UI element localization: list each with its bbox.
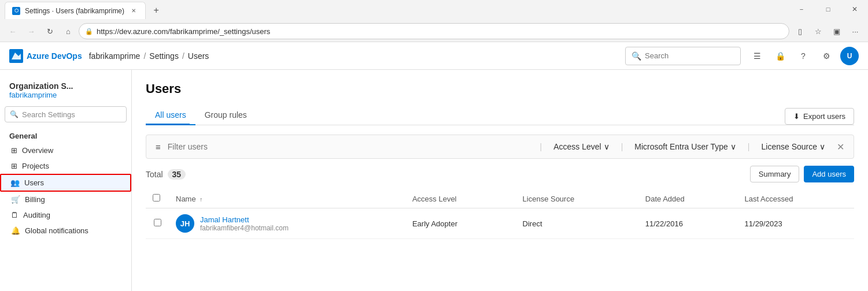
sidebar-search-placeholder: Search Settings — [22, 110, 75, 119]
name-cell: JH Jamal Hartnett fabrikamfiber4@hotmail… — [169, 208, 405, 239]
tabs-bar: All users Group rules — [146, 106, 256, 125]
user-email: fabrikamfiber4@hotmail.com — [200, 224, 289, 232]
access-level-cell: Early Adopter — [405, 208, 516, 239]
table-actions: Summary Add users — [750, 166, 854, 182]
refresh-button[interactable]: ↻ — [42, 23, 58, 39]
browser-tab[interactable]: ⬡ Settings · Users (fabrikamprime) ✕ — [5, 2, 146, 19]
back-button[interactable]: ← — [5, 23, 21, 39]
sidebar-item-label: Users — [24, 178, 44, 187]
browser-action-reading[interactable]: ▣ — [829, 23, 845, 39]
sidebar-item-billing[interactable]: 🛒 Billing — [0, 192, 131, 207]
home-button[interactable]: ⌂ — [60, 23, 76, 39]
browser-chrome: ⬡ Settings · Users (fabrikamprime) ✕ + −… — [0, 0, 868, 42]
select-all-checkbox[interactable] — [153, 194, 160, 202]
row-checkbox-cell[interactable] — [146, 208, 169, 239]
general-section-title: General — [0, 127, 131, 143]
last-accessed-cell: 11/29/2023 — [738, 208, 854, 239]
export-users-button[interactable]: ⬇ Export users — [785, 108, 854, 125]
sidebar-item-label: Projects — [22, 162, 49, 170]
lock-icon: 🔒 — [85, 28, 93, 35]
summary-button[interactable]: Summary — [750, 166, 800, 182]
license-source-dropdown[interactable]: License Source ∨ — [756, 141, 830, 152]
sidebar-search[interactable]: 🔍 Search Settings — [5, 106, 127, 122]
sidebar-item-label: Billing — [25, 195, 45, 204]
tab-close-btn[interactable]: ✕ — [129, 6, 138, 16]
avatar: JH — [176, 214, 194, 233]
last-accessed-column-header: Last Accessed — [738, 189, 854, 208]
billing-icon: 🛒 — [11, 195, 20, 204]
sidebar-item-label: Global notifications — [25, 226, 88, 235]
chevron-down-icon: ∨ — [819, 142, 825, 151]
chevron-down-icon: ∨ — [730, 142, 736, 151]
row-checkbox[interactable] — [154, 219, 161, 226]
filter-icon: ≡ — [156, 142, 161, 152]
header-search[interactable]: 🔍 — [625, 47, 741, 65]
user-avatar-btn[interactable]: U — [840, 47, 859, 65]
new-tab-button[interactable]: + — [148, 2, 164, 18]
maximize-button[interactable]: □ — [815, 0, 841, 18]
app-name: Azure DevOps — [27, 51, 82, 61]
help-icon[interactable]: ? — [794, 47, 812, 65]
user-settings-icon[interactable]: ⚙ — [817, 47, 836, 65]
browser-action-more[interactable]: ··· — [847, 23, 863, 39]
date-added-cell: 11/22/2016 — [638, 208, 738, 239]
tab-all-users[interactable]: All users — [146, 106, 195, 125]
breadcrumb: fabrikamprime / Settings / Users — [89, 51, 209, 61]
sidebar: Organization S... fabrikamprime 🔍 Search… — [0, 70, 132, 291]
auditing-icon: 🗒 — [11, 211, 19, 219]
page-title: Users — [146, 81, 181, 96]
sidebar-item-projects[interactable]: ⊞ Projects — [0, 158, 131, 174]
table-meta: Total 35 Summary Add users — [146, 166, 854, 182]
access-level-column-header: Access Level — [405, 189, 516, 208]
header-actions: ☰ 🔒 ? ⚙ U — [748, 47, 859, 65]
projects-icon: ⊞ — [11, 162, 17, 170]
breadcrumb-page: Users — [188, 51, 209, 61]
main-layout: Organization S... fabrikamprime 🔍 Search… — [0, 70, 868, 291]
azure-logo-icon — [9, 49, 23, 63]
total-label: Total — [146, 170, 163, 179]
user-info: JH Jamal Hartnett fabrikamfiber4@hotmail… — [176, 214, 398, 233]
sidebar-item-global-notifications[interactable]: 🔔 Global notifications — [0, 223, 131, 238]
total-count: 35 — [168, 169, 186, 180]
breadcrumb-sep-2: / — [182, 51, 184, 61]
tab-favicon: ⬡ — [12, 7, 20, 15]
breadcrumb-org[interactable]: fabrikamprime — [89, 51, 141, 61]
sidebar-item-auditing[interactable]: 🗒 Auditing — [0, 207, 131, 223]
name-column-header[interactable]: Name ↑ — [169, 189, 405, 208]
notifications-icon: 🔔 — [11, 226, 20, 235]
url-bar[interactable]: 🔒 https://dev.azure.com/fabrikamprime/_s… — [79, 23, 789, 39]
breadcrumb-settings[interactable]: Settings — [149, 51, 179, 61]
overview-icon: ⊞ — [11, 146, 17, 155]
org-name: Organization S... — [9, 81, 122, 91]
sidebar-search-icon: 🔍 — [10, 110, 19, 118]
content-area: Users All users Group rules ⬇ Export use… — [132, 70, 868, 291]
browser-action-extensions[interactable]: ▯ — [792, 23, 808, 39]
filter-close-button[interactable]: ✕ — [837, 141, 844, 152]
search-icon: 🔍 — [631, 51, 641, 61]
date-added-column-header: Date Added — [638, 189, 738, 208]
sort-asc-icon: ↑ — [200, 196, 202, 203]
sidebar-item-label: Overview — [22, 146, 53, 155]
select-all-checkbox-header[interactable] — [146, 189, 169, 208]
sidebar-org: Organization S... fabrikamprime — [0, 74, 131, 104]
sidebar-item-overview[interactable]: ⊞ Overview — [0, 143, 131, 158]
close-window-button[interactable]: ✕ — [841, 0, 868, 18]
browser-action-favorites[interactable]: ☆ — [810, 23, 826, 39]
url-text: https://dev.azure.com/fabrikamprime/_set… — [97, 27, 270, 36]
address-bar: ← → ↻ ⌂ 🔒 https://dev.azure.com/fabrikam… — [0, 21, 868, 42]
tab-group-rules[interactable]: Group rules — [195, 106, 256, 125]
lock-icon[interactable]: 🔒 — [771, 47, 789, 65]
minimize-button[interactable]: − — [788, 0, 815, 18]
sidebar-item-users[interactable]: 👥 Users — [0, 174, 131, 192]
add-users-button[interactable]: Add users — [804, 166, 854, 182]
filter-input[interactable] — [168, 142, 533, 151]
search-input[interactable] — [645, 51, 726, 60]
entra-user-type-dropdown[interactable]: Microsoft Entra User Type ∨ — [630, 141, 741, 152]
azure-devops-logo[interactable]: Azure DevOps — [9, 49, 82, 63]
user-name[interactable]: Jamal Hartnett — [200, 215, 289, 224]
table-body: JH Jamal Hartnett fabrikamfiber4@hotmail… — [146, 208, 854, 239]
settings-list-icon[interactable]: ☰ — [748, 47, 766, 65]
org-sub: fabrikamprime — [9, 91, 122, 99]
access-level-dropdown[interactable]: Access Level ∨ — [549, 141, 614, 152]
forward-button[interactable]: → — [23, 23, 39, 39]
